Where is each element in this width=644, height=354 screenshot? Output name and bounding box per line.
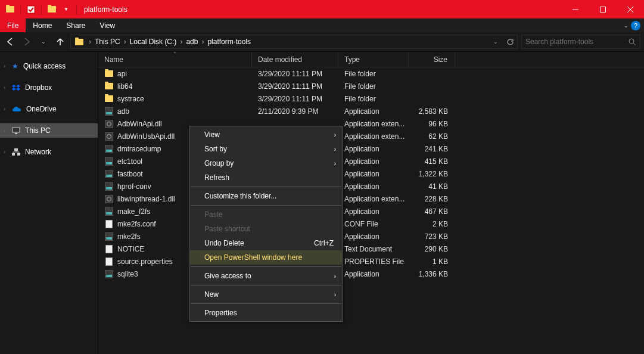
file-row[interactable]: dmtracedumpApplication241 KB — [98, 142, 644, 155]
search-icon[interactable] — [629, 38, 636, 46]
sidebar-item-onedrive[interactable]: › OneDrive — [0, 102, 98, 116]
properties-qat-icon[interactable] — [24, 3, 38, 16]
svg-rect-0 — [27, 6, 35, 13]
separator — [191, 303, 341, 304]
recent-locations-button[interactable]: ⌄ — [37, 35, 50, 48]
ctx-properties[interactable]: Properties — [190, 306, 342, 320]
file-type: Application — [338, 232, 409, 241]
file-row[interactable]: adb2/11/2020 9:39 PMApplication2,583 KB — [98, 105, 644, 117]
sidebar-item-dropbox[interactable]: › Dropbox — [0, 80, 98, 95]
ctx-new[interactable]: New› — [190, 287, 342, 302]
ctx-sort-by[interactable]: Sort by› — [190, 142, 342, 156]
refresh-icon[interactable] — [503, 35, 517, 48]
share-tab[interactable]: Share — [59, 18, 92, 32]
file-row[interactable]: libwinpthread-1.dllApplication exten...2… — [98, 192, 644, 205]
sidebar-item-quick-access[interactable]: › ★ Quick access — [0, 59, 98, 73]
ctx-customize[interactable]: Customize this folder... — [190, 189, 342, 203]
file-date: 3/29/2020 11:11 PM — [252, 70, 338, 78]
file-date: 3/29/2020 11:11 PM — [252, 82, 338, 91]
text-file-icon — [105, 245, 113, 253]
network-icon — [12, 148, 20, 156]
separator — [191, 205, 341, 206]
file-row[interactable]: hprof-convApplication41 KB — [98, 180, 644, 192]
breadcrumb[interactable]: adb — [183, 38, 200, 46]
minimize-button[interactable] — [562, 0, 589, 18]
up-button[interactable] — [54, 35, 67, 48]
ctx-view[interactable]: View› — [190, 128, 342, 142]
cloud-icon — [12, 106, 21, 113]
file-tab[interactable]: File — [0, 18, 26, 32]
file-row[interactable]: source.propertiesPROPERTIES File1 KB — [98, 255, 644, 268]
chevron-right-icon[interactable]: › — [200, 38, 205, 46]
chevron-right-icon[interactable]: › — [4, 149, 5, 155]
chevron-right-icon[interactable]: › — [4, 85, 5, 91]
file-row[interactable]: sqlite3Application1,336 KB — [98, 268, 644, 280]
chevron-right-icon: › — [334, 273, 336, 280]
sidebar-item-label: Quick access — [23, 62, 66, 70]
column-name[interactable]: ⌃ Name — [98, 52, 252, 67]
sidebar-item-this-pc[interactable]: › This PC — [0, 123, 98, 138]
file-type: File folder — [338, 82, 409, 91]
ctx-refresh[interactable]: Refresh — [190, 170, 342, 185]
breadcrumb[interactable]: Local Disk (C:) — [127, 38, 179, 46]
file-type: PROPERTIES File — [338, 257, 409, 266]
file-row[interactable]: systrace3/29/2020 11:11 PMFile folder — [98, 92, 644, 105]
help-icon[interactable]: ? — [631, 21, 640, 30]
back-button[interactable] — [4, 35, 17, 48]
home-tab[interactable]: Home — [26, 18, 59, 32]
file-date: 2/11/2020 9:39 PM — [252, 107, 338, 116]
svg-rect-2 — [601, 7, 606, 12]
file-name: adb — [117, 107, 129, 116]
svg-rect-7 — [13, 128, 20, 132]
maximize-button[interactable] — [589, 0, 617, 18]
file-row[interactable]: AdbWinApi.dllApplication exten...96 KB — [98, 117, 644, 130]
titlebar: ▼ platform-tools — [0, 0, 644, 18]
file-name: hprof-conv — [117, 182, 151, 191]
ctx-paste-shortcut: Paste shortcut — [190, 222, 342, 236]
column-size[interactable]: Size — [409, 52, 455, 67]
file-row[interactable]: make_f2fsApplication467 KB — [98, 205, 644, 218]
address-bar[interactable]: › This PC › Local Disk (C:) › adb › plat… — [70, 35, 518, 49]
chevron-right-icon[interactable]: › — [179, 38, 183, 46]
search-box[interactable] — [521, 35, 640, 49]
breadcrumb[interactable]: platform-tools — [205, 38, 253, 46]
new-folder-qat-icon[interactable] — [45, 3, 58, 16]
file-row[interactable]: AdbWinUsbApi.dllApplication exten...62 K… — [98, 130, 644, 142]
file-name: mke2fs — [117, 232, 141, 241]
file-row[interactable]: NOTICEText Document290 KB — [98, 243, 644, 255]
address-dropdown-icon[interactable]: ⌄ — [489, 35, 503, 48]
file-row[interactable]: fastbootApplication1,322 KB — [98, 167, 644, 180]
ribbon-expand-icon[interactable]: ⌄ — [624, 23, 629, 29]
view-tab[interactable]: View — [92, 18, 122, 32]
column-type[interactable]: Type — [338, 52, 409, 67]
ctx-group-by[interactable]: Group by› — [190, 156, 342, 170]
column-date[interactable]: Date modified — [252, 52, 338, 67]
qat-dropdown-icon[interactable]: ▼ — [60, 3, 73, 16]
chevron-right-icon[interactable]: › — [4, 106, 5, 112]
ctx-open-powershell[interactable]: Open PowerShell window here — [190, 250, 342, 265]
application-icon — [105, 232, 113, 241]
ctx-undo-delete[interactable]: Undo DeleteCtrl+Z — [190, 236, 342, 250]
close-button[interactable] — [617, 0, 644, 18]
chevron-right-icon[interactable]: › — [123, 38, 127, 46]
ctx-give-access[interactable]: Give access to› — [190, 269, 342, 283]
file-name: AdbWinUsbApi.dll — [117, 132, 175, 141]
sidebar-item-network[interactable]: › Network — [0, 145, 98, 159]
file-row[interactable]: mke2fs.confCONF File2 KB — [98, 218, 644, 230]
chevron-right-icon[interactable]: › — [4, 128, 5, 133]
chevron-right-icon: › — [334, 146, 336, 153]
file-row[interactable]: lib643/29/2020 11:11 PMFile folder — [98, 80, 644, 92]
file-name: fastboot — [117, 170, 143, 178]
chevron-right-icon[interactable]: › — [88, 38, 92, 46]
application-icon — [105, 207, 113, 216]
chevron-right-icon[interactable]: › — [4, 63, 5, 69]
forward-button[interactable] — [20, 35, 33, 48]
file-row[interactable]: etc1toolApplication415 KB — [98, 155, 644, 167]
column-headers: ⌃ Name Date modified Type Size — [98, 52, 644, 67]
search-input[interactable] — [525, 38, 629, 46]
chevron-right-icon: › — [334, 160, 336, 167]
file-type: Application — [338, 145, 409, 153]
breadcrumb[interactable]: This PC — [92, 38, 123, 46]
file-row[interactable]: mke2fsApplication723 KB — [98, 230, 644, 243]
file-row[interactable]: api3/29/2020 11:11 PMFile folder — [98, 67, 644, 80]
